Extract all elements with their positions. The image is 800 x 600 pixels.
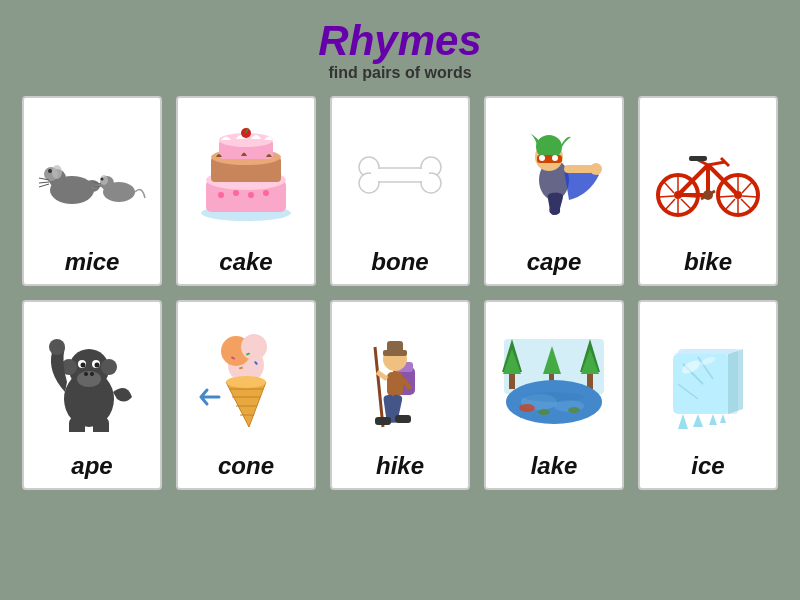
svg-point-24 — [218, 192, 224, 198]
svg-line-7 — [39, 182, 49, 183]
svg-marker-137 — [678, 414, 688, 429]
svg-point-12 — [101, 178, 104, 181]
svg-line-50 — [659, 196, 674, 197]
svg-line-62 — [742, 196, 757, 197]
svg-rect-40 — [564, 165, 594, 173]
svg-point-78 — [101, 359, 117, 375]
card-ape: ape — [22, 300, 162, 490]
svg-point-27 — [263, 190, 269, 196]
card-label-bone: bone — [371, 248, 428, 276]
svg-point-4 — [52, 165, 62, 179]
svg-point-76 — [77, 371, 101, 387]
svg-point-98 — [226, 376, 266, 388]
svg-rect-71 — [689, 156, 707, 161]
svg-line-53 — [681, 199, 691, 209]
page-subtitle: find pairs of words — [318, 64, 481, 82]
card-image-bike — [646, 106, 770, 244]
card-ice: ice — [638, 300, 778, 490]
card-bike: bike — [638, 96, 778, 286]
card-image-hike — [338, 310, 462, 448]
card-image-bone — [338, 106, 462, 244]
card-label-cake: cake — [219, 248, 272, 276]
card-label-lake: lake — [531, 452, 578, 480]
card-label-cone: cone — [218, 452, 274, 480]
svg-point-82 — [95, 362, 100, 367]
page-header: Rhymes find pairs of words — [318, 18, 481, 82]
card-bone: bone — [330, 96, 470, 286]
svg-line-64 — [678, 165, 708, 195]
svg-point-25 — [233, 190, 239, 196]
svg-point-129 — [538, 409, 550, 415]
svg-line-59 — [725, 199, 735, 210]
svg-point-131 — [524, 392, 584, 402]
svg-rect-33 — [371, 169, 429, 181]
card-image-ape — [30, 310, 154, 448]
svg-line-61 — [741, 199, 751, 209]
svg-marker-140 — [720, 414, 726, 423]
svg-point-84 — [90, 372, 94, 376]
card-label-mice: mice — [65, 248, 120, 276]
svg-rect-87 — [93, 417, 109, 432]
svg-rect-115 — [395, 415, 411, 423]
card-label-bike: bike — [684, 248, 732, 276]
svg-point-130 — [568, 407, 580, 413]
svg-line-65 — [708, 165, 738, 195]
svg-rect-108 — [387, 341, 403, 353]
svg-marker-143 — [728, 349, 743, 414]
card-image-cone — [184, 310, 308, 448]
card-image-lake — [492, 310, 616, 448]
svg-point-39 — [552, 155, 558, 161]
card-label-ape: ape — [71, 452, 112, 480]
svg-line-58 — [719, 196, 734, 197]
card-cake: cake — [176, 96, 316, 286]
svg-marker-139 — [709, 414, 717, 425]
card-cone: cone — [176, 300, 316, 490]
svg-rect-86 — [69, 417, 85, 432]
card-lake: lake — [484, 300, 624, 490]
svg-point-83 — [84, 372, 88, 376]
card-cape: cape — [484, 96, 624, 286]
cards-grid: mice — [22, 96, 778, 490]
card-image-cake — [184, 106, 308, 244]
svg-line-51 — [665, 199, 675, 210]
card-image-ice — [646, 310, 770, 448]
svg-line-8 — [39, 184, 49, 187]
card-mice: mice — [22, 96, 162, 286]
svg-line-49 — [664, 182, 674, 193]
svg-point-38 — [539, 155, 545, 161]
svg-point-90 — [241, 334, 267, 360]
svg-line-109 — [375, 347, 383, 427]
card-hike: hike — [330, 300, 470, 490]
svg-point-128 — [519, 404, 535, 412]
svg-point-85 — [49, 339, 65, 355]
svg-point-26 — [248, 192, 254, 198]
svg-marker-138 — [693, 414, 703, 427]
svg-point-81 — [81, 362, 86, 367]
svg-rect-114 — [375, 417, 391, 425]
svg-line-63 — [742, 182, 752, 193]
card-label-ice: ice — [691, 452, 724, 480]
page-title: Rhymes — [318, 18, 481, 64]
card-label-hike: hike — [376, 452, 424, 480]
svg-line-68 — [708, 162, 725, 165]
svg-rect-105 — [387, 372, 403, 396]
card-label-cape: cape — [527, 248, 582, 276]
card-image-mice — [30, 106, 154, 244]
svg-point-5 — [48, 169, 52, 173]
svg-point-41 — [590, 163, 602, 175]
card-image-cape — [492, 106, 616, 244]
